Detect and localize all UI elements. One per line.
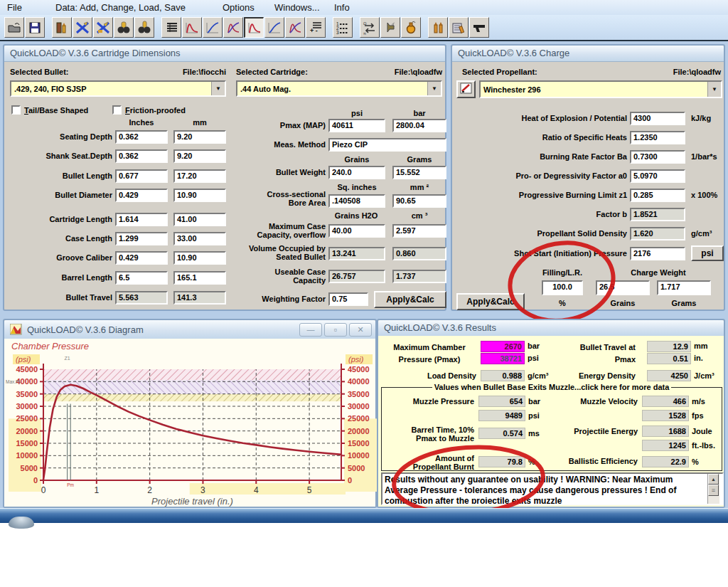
toolbar-edit-bullet-button[interactable] [73, 17, 92, 38]
bullet-length-in-field[interactable]: 0.677 [115, 169, 168, 183]
heat-of-explosion-unit: kJ/kg [691, 114, 711, 122]
toolbar-pressure-curve-button[interactable] [182, 17, 202, 38]
toolbar-combined-curve-button[interactable] [223, 17, 243, 38]
seating-depth-in-field[interactable]: 0.362 [115, 130, 168, 144]
pmax-bar-field[interactable]: 2800.04 [392, 119, 446, 132]
scroll-up-icon[interactable]: ▲ [708, 474, 719, 485]
progressive-burning-limit-field[interactable]: 0.285 [630, 189, 685, 202]
toolbar-search-bullet-button[interactable] [114, 17, 134, 38]
toolbar-load-notes-button[interactable] [449, 17, 469, 38]
degressivity-factor-field[interactable]: 5.0970 [630, 169, 685, 183]
toolbar-pressure-diagram-button[interactable] [244, 17, 264, 38]
toolbar-search-cartridge-button[interactable] [134, 17, 154, 38]
toolbar-data-table-button[interactable] [161, 17, 181, 38]
charge-apply-calc-button[interactable]: Apply&Calc [456, 293, 525, 310]
propellant-edit-button[interactable] [456, 80, 476, 98]
ballistic-efficiency-label: Ballistic Efficiency [545, 457, 638, 465]
groove-caliber-in-field[interactable]: 0.429 [115, 251, 168, 265]
pressure-unit-button[interactable]: psi [691, 245, 724, 261]
heat-of-explosion-field[interactable]: 4300 [630, 112, 685, 125]
toolbar-combined-diagram-button[interactable] [285, 17, 305, 38]
taskbar[interactable] [0, 508, 728, 523]
svg-text:4: 4 [254, 485, 259, 495]
minimize-button[interactable]: — [299, 323, 322, 337]
charge-weight-header: Charge Weight [599, 268, 718, 277]
propellant-select-chevron-down-icon[interactable]: ▼ [707, 82, 721, 97]
toolbar-recoil-sound-button[interactable] [380, 17, 400, 38]
shot-start-pressure-field[interactable]: 2176 [630, 247, 685, 260]
max-case-cm3-field[interactable]: 2.597 [392, 224, 446, 238]
bullet-select-chevron-down-icon[interactable]: ▼ [211, 82, 225, 95]
bore-area-sqin-field[interactable]: .140508 [328, 194, 385, 208]
case-length-in-field[interactable]: 1.299 [115, 232, 168, 245]
bullet-diameter-mm-field[interactable]: 10.90 [173, 189, 226, 202]
tailbase-checkbox-box[interactable] [11, 105, 21, 115]
menu-info[interactable]: Info [334, 2, 350, 13]
muzzle-values-group-title[interactable]: Values when Bullet Base Exits Muzzle...c… [432, 383, 672, 391]
seating-depth-mm-field[interactable]: 9.20 [173, 130, 226, 144]
toolbar-cartridge-compare-button[interactable] [428, 17, 448, 38]
toolbar-powder-burn-button[interactable] [401, 17, 421, 38]
ratio-specific-heats-field[interactable]: 1.2350 [630, 131, 685, 144]
ballistic-efficiency-value: 22.9 [642, 456, 689, 467]
groove-caliber-mm-field[interactable]: 10.90 [173, 251, 226, 265]
burning-rate-factor-field[interactable]: 0.7300 [630, 150, 685, 164]
barrel-length-in-field[interactable]: 6.5 [115, 271, 168, 285]
menu-file[interactable]: File [7, 2, 22, 13]
bullet-length-label: Bullet Length [4, 171, 112, 180]
projectile-energy-label: Projectile Energy [545, 427, 638, 435]
charge-weight-grams-field[interactable]: 1.717 [657, 280, 711, 295]
cartridge-select-chevron-down-icon[interactable]: ▼ [427, 82, 441, 95]
toolbar-bullet-database-button[interactable] [52, 17, 72, 38]
cartridge-length-mm-field[interactable]: 41.00 [173, 213, 226, 226]
toolbar-edit-cartridge-button[interactable] [93, 17, 113, 38]
close-button[interactable]: ✕ [349, 323, 372, 337]
toolbar-open-file-button[interactable] [4, 17, 24, 38]
shank-seat-depth-in-field[interactable]: 0.362 [115, 149, 168, 163]
toolbar-save-file-button[interactable] [25, 17, 45, 38]
shank-seat-depth-mm-field[interactable]: 9.20 [173, 149, 226, 163]
charge-weight-grains-field[interactable]: 26.5 [596, 280, 650, 295]
friction-checkbox-box[interactable] [112, 105, 122, 115]
cartridge-apply-calc-button[interactable]: Apply&Calc [374, 291, 446, 308]
bullet-weight-grains-field[interactable]: 240.0 [328, 166, 385, 179]
cartridge-select[interactable]: .44 Auto Mag. ▼ [236, 80, 442, 97]
bore-area-mm2-field[interactable]: 90.65 [392, 194, 446, 208]
menu-options[interactable]: Options [223, 2, 255, 13]
toolbar-calc-table-button[interactable]: + - [306, 17, 326, 38]
warning-textbox[interactable]: Results without any guarantee on usabili… [381, 472, 724, 505]
pmax-psi-field[interactable]: 40611 [328, 119, 385, 132]
tailbase-checkbox[interactable]: Tail/Base Shaped [11, 105, 88, 115]
barrel-length-mm-field[interactable]: 165.1 [173, 271, 226, 285]
energy-density-value: 4250 [647, 370, 691, 381]
bullet-length-mm-field[interactable]: 17.20 [173, 169, 226, 183]
weighting-factor-field[interactable]: 0.75 [328, 292, 368, 306]
toolbar-load-ratio-list-button[interactable]: 123 [333, 17, 353, 38]
propellant-solid-density-label: Propellant Solid Density [452, 229, 627, 238]
toolbar-velocity-diagram-button[interactable] [264, 17, 284, 38]
projectile-energy-ftlbs-unit: ft.-lbs. [692, 441, 715, 450]
meas-method-field[interactable]: Piezo CIP [328, 138, 446, 152]
friction-checkbox[interactable]: Friction-proofed [112, 105, 186, 115]
svg-text:15000: 15000 [16, 439, 38, 448]
menu-windows[interactable]: Windows... [274, 2, 320, 13]
scrollbar-thumb[interactable]: ≡ [708, 485, 719, 496]
bullet-select[interactable]: .429, 240, FIO SJSP ▼ [10, 80, 226, 97]
toolbar-unit-conversion-button[interactable]: Ωπ [360, 17, 380, 38]
warning-scrollbar[interactable]: ▲ ≡ [707, 474, 719, 504]
bullet-weight-grams-field[interactable]: 15.552 [392, 166, 446, 179]
toolbar-firearm-button[interactable] [469, 17, 489, 38]
toolbar-velocity-curve-button[interactable] [203, 17, 223, 38]
svg-text:45000: 45000 [348, 365, 370, 374]
restore-button[interactable]: ▫ [324, 323, 347, 337]
propellant-select[interactable]: Winchester 296 ▼ [479, 80, 722, 98]
svg-text:10000: 10000 [16, 451, 38, 460]
max-case-grains-field[interactable]: 40.00 [328, 224, 385, 238]
muzzle-velocity-ms-value: 466 [642, 396, 689, 407]
menu-data[interactable]: Data: Add, Change, Load, Save [55, 2, 186, 13]
bullet-diameter-in-field[interactable]: 0.429 [115, 189, 168, 202]
cartridge-length-in-field[interactable]: 1.614 [115, 213, 168, 226]
filling-lr-field[interactable]: 100.0 [542, 280, 583, 295]
case-length-mm-field[interactable]: 33.00 [173, 232, 226, 245]
start-orb[interactable] [9, 517, 34, 529]
